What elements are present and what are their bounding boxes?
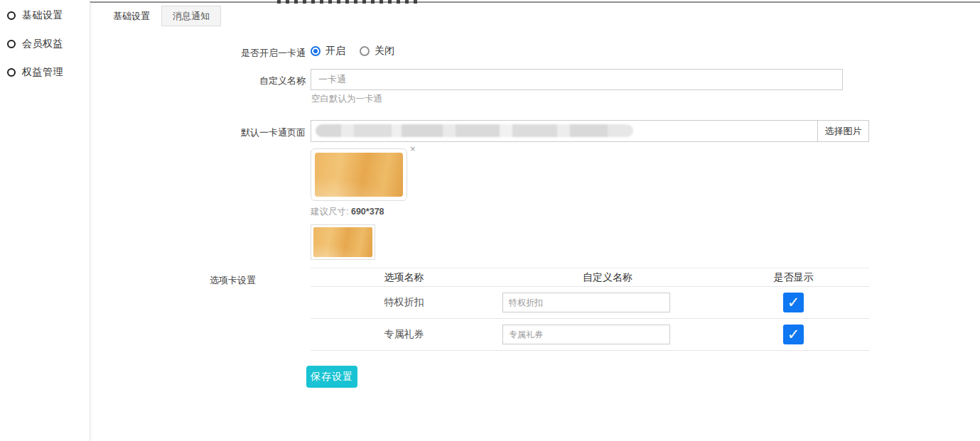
table-row: 特权折扣 ✓ (311, 287, 869, 319)
column-header-visible: 是否显示 (718, 271, 869, 284)
visible-checkbox-checked[interactable]: ✓ (783, 293, 804, 312)
radio-off-label: 关闭 (375, 45, 394, 58)
size-hint-value: 690*378 (351, 207, 384, 217)
sidebar-item-basic-settings[interactable]: 基础设置 (0, 1, 90, 30)
check-icon: ✓ (787, 326, 800, 342)
sidebar-item-label: 基础设置 (22, 9, 63, 22)
default-page-label: 默认一卡通页面 (92, 126, 306, 139)
custom-name-cell-input[interactable] (502, 293, 670, 312)
redacted-url-text (316, 124, 633, 137)
default-page-group: 选择图片 (311, 120, 869, 142)
save-settings-button[interactable]: 保存设置 (306, 366, 357, 388)
tab-message-notification[interactable]: 消息通知 (161, 6, 221, 26)
column-header-option-name: 选项名称 (311, 271, 497, 284)
radio-option-off[interactable]: 关闭 (360, 45, 394, 58)
circle-icon (7, 68, 16, 77)
table-header-row: 选项名称 自定义名称 是否显示 (311, 268, 869, 287)
image-thumbnail-box (311, 224, 375, 260)
circle-icon (7, 40, 16, 48)
sidebar-item-label: 权益管理 (22, 66, 63, 79)
custom-name-label: 自定义名称 (92, 75, 306, 87)
close-icon[interactable]: × (410, 144, 416, 153)
custom-name-input[interactable] (311, 69, 843, 90)
select-image-button[interactable]: 选择图片 (817, 120, 869, 142)
size-hint: 建议尺寸: 690*378 (311, 206, 384, 218)
option-name-cell: 专属礼券 (311, 328, 497, 341)
radio-option-on[interactable]: 开启 (311, 45, 345, 58)
sidebar-item-benefit-management[interactable]: 权益管理 (0, 58, 90, 87)
tab-options-table: 选项名称 自定义名称 是否显示 特权折扣 ✓ 专属礼券 ✓ (311, 268, 869, 351)
sidebar-item-member-benefits[interactable]: 会员权益 (0, 30, 90, 58)
size-hint-label: 建议尺寸: (311, 207, 348, 217)
page: 基础设置 会员权益 权益管理 基础设置 消息通知 是否开启一卡通 开启 关闭 自… (0, 0, 980, 441)
top-divider (90, 1, 980, 3)
radio-on-label: 开启 (325, 45, 345, 58)
onecard-image-preview (315, 153, 403, 197)
enable-onecard-radio-group: 开启 关闭 (311, 45, 394, 58)
tab-basic-settings[interactable]: 基础设置 (102, 6, 161, 26)
custom-name-cell-input[interactable] (502, 325, 670, 344)
image-preview-box (311, 148, 407, 201)
column-header-custom-name: 自定义名称 (497, 271, 718, 284)
sidebar: 基础设置 会员权益 权益管理 (0, 0, 90, 441)
tab-bar: 基础设置 消息通知 (102, 6, 221, 26)
check-icon: ✓ (787, 294, 800, 310)
table-row: 专属礼券 ✓ (311, 319, 869, 351)
option-name-cell: 特权折扣 (311, 296, 497, 309)
radio-unselected-icon[interactable] (360, 46, 370, 56)
visible-checkbox-checked[interactable]: ✓ (783, 325, 804, 344)
radio-selected-icon[interactable] (311, 46, 321, 56)
onecard-image-thumbnail (313, 227, 372, 257)
sidebar-item-label: 会员权益 (22, 38, 63, 50)
clipped-text-fragments (277, 0, 419, 4)
enable-onecard-label: 是否开启一卡通 (92, 47, 306, 60)
tab-settings-label: 选项卡设置 (92, 274, 281, 287)
circle-icon (7, 11, 16, 20)
default-page-input[interactable] (311, 120, 818, 142)
custom-name-hint: 空白默认为一卡通 (311, 93, 382, 105)
